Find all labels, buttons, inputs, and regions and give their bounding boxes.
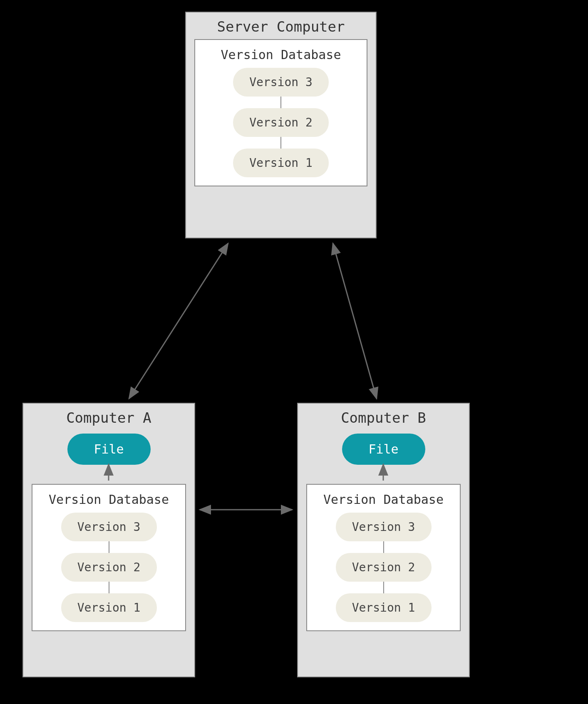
computer-b-title: Computer B xyxy=(298,404,469,430)
computer-a-version-1: Version 1 xyxy=(61,593,157,622)
computer-b-version-2: Version 2 xyxy=(336,553,432,582)
computer-a-version-database: Version Database Version 3 Version 2 Ver… xyxy=(32,484,186,631)
computer-a-version-3: Version 3 xyxy=(61,513,157,541)
computer-a-version-2: Version 2 xyxy=(61,553,157,582)
connector-line xyxy=(109,582,109,593)
server-version-1: Version 1 xyxy=(233,149,329,177)
server-version-2: Version 2 xyxy=(233,108,329,137)
computer-b-box: Computer B File Version Database Version… xyxy=(297,403,470,677)
computer-b-version-database: Version Database Version 3 Version 2 Ver… xyxy=(306,484,461,631)
computer-b-db-title: Version Database xyxy=(315,490,452,513)
computer-b-version-3: Version 3 xyxy=(336,513,432,541)
computer-a-db-title: Version Database xyxy=(41,490,177,513)
computer-a-title: Computer A xyxy=(23,404,194,430)
connector-line xyxy=(109,541,109,553)
computer-b-version-1: Version 1 xyxy=(336,593,432,622)
connector-line xyxy=(280,97,281,108)
computer-b-file: File xyxy=(342,434,425,465)
computer-a-file: File xyxy=(67,434,151,465)
server-title: Server Computer xyxy=(186,12,376,39)
arrow-server-to-a xyxy=(129,243,228,399)
arrow-server-to-b xyxy=(333,243,377,399)
server-version-3: Version 3 xyxy=(233,68,329,97)
connector-line xyxy=(383,582,384,593)
server-db-title: Version Database xyxy=(203,45,358,68)
connector-line xyxy=(280,137,281,149)
server-computer-box: Server Computer Version Database Version… xyxy=(185,12,377,238)
connector-line xyxy=(383,541,384,553)
server-version-database: Version Database Version 3 Version 2 Ver… xyxy=(194,39,367,186)
computer-a-box: Computer A File Version Database Version… xyxy=(22,403,195,677)
